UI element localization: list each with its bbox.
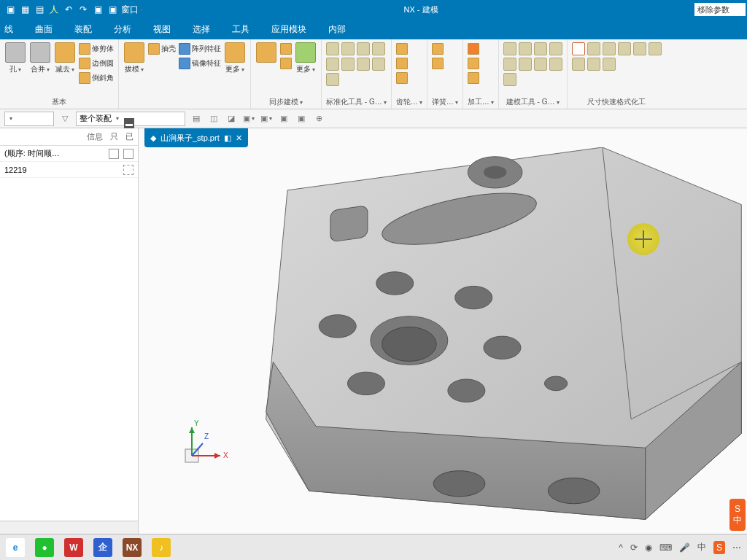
tray-avatar-icon[interactable]: ◉ xyxy=(645,542,652,553)
filter-icon[interactable]: ▣ xyxy=(260,112,273,125)
sync-button1[interactable] xyxy=(255,42,277,85)
measure-icon[interactable]: 人 xyxy=(48,4,60,15)
mfg-icon[interactable] xyxy=(468,42,479,55)
sync-button2[interactable] xyxy=(280,42,292,55)
chamfer-button[interactable]: 倒斜角 xyxy=(79,71,114,85)
model-tool-icon[interactable] xyxy=(549,58,562,71)
command-finder[interactable]: 移除参数 xyxy=(694,3,746,16)
model-tool-icon[interactable] xyxy=(534,42,547,55)
save-mini-icon[interactable] xyxy=(109,149,119,159)
shell-button[interactable]: 抽壳 xyxy=(148,42,176,55)
tray-sync-icon[interactable]: ⟳ xyxy=(630,542,638,553)
dim-tool-icon[interactable] xyxy=(618,42,631,55)
ime-badge[interactable]: S 中 xyxy=(729,499,746,531)
spring-icon[interactable] xyxy=(432,57,444,70)
taskbar-wechat[interactable]: ● xyxy=(35,538,54,557)
redo-icon[interactable]: ↷ xyxy=(77,4,89,15)
filter-icon[interactable]: ▣ xyxy=(277,112,290,125)
taskbar-qq[interactable]: 企 xyxy=(93,538,112,557)
open-icon[interactable]: ▤ xyxy=(34,4,45,15)
std-tool-icon[interactable] xyxy=(372,42,385,55)
dim-tool-icon[interactable] xyxy=(587,42,600,55)
col-readonly[interactable]: 只 xyxy=(110,131,118,142)
taskbar-edge[interactable]: e xyxy=(6,538,25,557)
model-tool-icon[interactable] xyxy=(503,73,516,86)
menu-tools[interactable]: 工具 xyxy=(232,23,249,36)
layout-mini-icon[interactable] xyxy=(123,149,133,159)
tray-mic-icon[interactable]: 🎤 xyxy=(679,542,690,553)
menu-view[interactable]: 视图 xyxy=(153,23,171,36)
dim-tool-icon[interactable] xyxy=(572,58,585,71)
draft-button[interactable]: 拔模 xyxy=(123,42,145,85)
model-tool-icon[interactable] xyxy=(503,58,516,71)
tray-keyboard-icon[interactable]: ⌨ xyxy=(659,542,672,553)
menu-analysis[interactable]: 分析 xyxy=(114,23,131,36)
std-tool-icon[interactable] xyxy=(341,42,355,55)
edge-blend-button[interactable]: 边倒圆 xyxy=(79,57,114,70)
dim-tool-icon[interactable] xyxy=(633,42,646,55)
taskbar-music[interactable]: ♪ xyxy=(152,538,171,557)
menu-select[interactable]: 选择 xyxy=(193,23,210,36)
pattern-feature-button[interactable]: 阵列特征 xyxy=(179,42,221,55)
taskbar-nx[interactable]: NX xyxy=(123,538,142,557)
filter-icon[interactable]: ◫ xyxy=(207,112,220,125)
tray-ime-icon[interactable]: 中 xyxy=(697,541,706,553)
filter-icon[interactable]: ◪ xyxy=(225,112,238,125)
filter-icon[interactable]: ▣ xyxy=(295,112,308,125)
dim-tool-icon[interactable] xyxy=(649,42,662,55)
std-tool-icon[interactable] xyxy=(372,58,385,71)
window-menu[interactable]: 窗口 xyxy=(121,4,143,15)
tray-chevron-icon[interactable]: ^ xyxy=(619,542,623,553)
hole-button[interactable]: 孔 xyxy=(4,42,26,85)
model-tool-icon[interactable] xyxy=(519,58,532,71)
sync-more-button[interactable]: 更多 xyxy=(295,42,317,85)
tree-row-item[interactable]: 12219 xyxy=(0,162,138,178)
menu-assembly[interactable]: 装配 xyxy=(74,23,92,36)
menu-surface[interactable]: 曲面 xyxy=(35,23,53,36)
std-tool-icon[interactable] xyxy=(326,73,339,86)
sync-button3[interactable] xyxy=(280,57,292,70)
model-tool-icon[interactable] xyxy=(534,58,547,71)
taskbar-wps[interactable]: W xyxy=(64,538,83,557)
mirror-feature-button[interactable]: 镜像特征 xyxy=(179,57,221,70)
unite-button[interactable]: 合并 xyxy=(29,42,51,85)
tree-row-sequence[interactable]: (顺序: 时间顺… xyxy=(0,146,138,162)
tray-sogou-icon[interactable]: S xyxy=(713,541,725,554)
dim-tool-icon[interactable] xyxy=(603,58,616,71)
filter-icon[interactable]: ▣ xyxy=(242,112,255,125)
mfg-icon[interactable] xyxy=(468,71,479,85)
subtract-button[interactable]: 减去 xyxy=(54,42,76,85)
gear-icon[interactable] xyxy=(396,57,408,70)
gear-icon[interactable] xyxy=(396,71,408,85)
dashed-box-icon[interactable] xyxy=(123,165,133,175)
col-loaded[interactable]: 已 xyxy=(125,131,133,142)
more-feature-button[interactable]: 更多 xyxy=(224,42,246,85)
model-tool-icon[interactable] xyxy=(519,42,532,55)
filter-dropdown-1[interactable] xyxy=(4,112,54,126)
trim-body-button[interactable]: 修剪体 xyxy=(79,42,114,55)
menu-internal[interactable]: 内部 xyxy=(328,23,346,36)
view-triad[interactable]: Y Z X xyxy=(181,417,232,468)
dim-tool-icon[interactable] xyxy=(603,42,616,55)
copy-icon[interactable]: ▣ xyxy=(92,4,104,15)
menu-application[interactable]: 应用模块 xyxy=(271,23,306,36)
spring-icon[interactable] xyxy=(432,42,444,55)
document-tab[interactable]: ◆ 山涧果子_stp.prt ◧ ✕ xyxy=(144,128,248,147)
close-panel-icon[interactable]: ▬ xyxy=(124,118,134,128)
filter-icon[interactable]: ▤ xyxy=(190,112,203,125)
model-tool-icon[interactable] xyxy=(503,42,516,55)
std-tool-icon[interactable] xyxy=(357,42,370,55)
std-tool-icon[interactable] xyxy=(326,58,339,71)
col-info[interactable]: 信息 xyxy=(87,131,103,142)
std-tool-icon[interactable] xyxy=(326,42,339,55)
new-icon[interactable]: ▦ xyxy=(19,4,31,15)
filter-icon[interactable]: ⊕ xyxy=(312,112,325,125)
gear-icon[interactable] xyxy=(396,42,408,55)
undo-icon[interactable]: ↶ xyxy=(63,4,74,15)
tray-misc-icon[interactable]: ⋯ xyxy=(732,542,741,553)
std-tool-icon[interactable] xyxy=(357,58,370,71)
close-tab-icon[interactable]: ✕ xyxy=(236,133,242,143)
std-tool-icon[interactable] xyxy=(341,58,355,71)
save-icon[interactable]: ▣ xyxy=(4,4,16,15)
dim-tool-icon[interactable] xyxy=(587,58,600,71)
